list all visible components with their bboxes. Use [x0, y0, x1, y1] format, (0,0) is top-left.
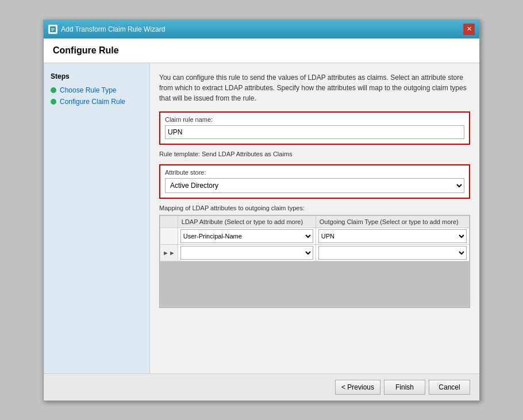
- svg-rect-3: [51, 30, 53, 31]
- table-row: User-Principal-Name UPN: [160, 228, 470, 244]
- step-dot-1: [51, 87, 56, 93]
- window-title: Add Transform Claim Rule Wizard: [61, 25, 165, 33]
- outgoing-cell-1: UPN: [316, 228, 469, 244]
- description-text: You can configure this rule to send the …: [159, 72, 470, 103]
- previous-button[interactable]: < Previous: [335, 380, 380, 395]
- wizard-icon: [48, 25, 57, 34]
- close-button[interactable]: ✕: [463, 24, 475, 35]
- sidebar: Steps Choose Rule Type Configure Claim R…: [44, 63, 150, 373]
- wizard-window: Add Transform Claim Rule Wizard ✕ Config…: [43, 20, 480, 401]
- sidebar-item-choose-rule-type[interactable]: Choose Rule Type: [51, 86, 143, 94]
- outgoing-select-2[interactable]: [318, 246, 467, 260]
- row-num-1: [160, 228, 178, 244]
- sidebar-item-configure-claim-rule[interactable]: Configure Claim Rule: [51, 98, 143, 106]
- svg-rect-1: [51, 28, 55, 29]
- attribute-store-label: Attribute store:: [165, 169, 464, 176]
- title-bar: Add Transform Claim Rule Wizard ✕: [44, 20, 479, 38]
- table-row: ►►: [160, 244, 470, 261]
- sidebar-title: Steps: [51, 72, 143, 80]
- claim-rule-name-input[interactable]: [165, 125, 464, 139]
- col-header-outgoing: Outgoing Claim Type (Select or type to a…: [316, 215, 469, 228]
- outgoing-cell-2: [316, 244, 469, 261]
- svg-rect-2: [51, 29, 55, 30]
- ldap-cell-2: [178, 244, 316, 261]
- mapping-table: LDAP Attribute (Select or type to add mo…: [160, 215, 470, 307]
- cancel-button[interactable]: Cancel: [429, 380, 470, 395]
- sidebar-label-2: Configure Claim Rule: [60, 98, 125, 106]
- finish-button[interactable]: Finish: [384, 380, 425, 395]
- claim-rule-name-label: Claim rule name:: [165, 116, 464, 123]
- col-header-num: [160, 215, 178, 228]
- step-dot-2: [51, 99, 56, 105]
- sidebar-label-1: Choose Rule Type: [60, 86, 117, 94]
- attribute-store-select[interactable]: Active Directory: [165, 178, 464, 193]
- empty-area: [160, 261, 470, 307]
- content-area: Steps Choose Rule Type Configure Claim R…: [44, 63, 479, 373]
- ldap-cell-1: User-Principal-Name: [178, 228, 316, 244]
- page-header: Configure Rule: [44, 38, 479, 63]
- attribute-store-group: Attribute store: Active Directory: [159, 164, 470, 199]
- ldap-select-1[interactable]: User-Principal-Name: [180, 229, 313, 243]
- outgoing-select-1[interactable]: UPN: [318, 229, 467, 243]
- mapping-table-container: LDAP Attribute (Select or type to add mo…: [159, 215, 470, 308]
- ldap-select-2[interactable]: [180, 246, 313, 260]
- page-title: Configure Rule: [53, 45, 119, 55]
- claim-rule-name-group: Claim rule name:: [159, 111, 470, 145]
- mapping-label: Mapping of LDAP attributes to outgoing c…: [159, 205, 470, 211]
- table-empty-row: [160, 261, 470, 307]
- rule-template-text: Rule template: Send LDAP Attributes as C…: [159, 151, 470, 157]
- main-content: You can configure this rule to send the …: [150, 63, 479, 373]
- footer: < Previous Finish Cancel: [44, 373, 479, 400]
- title-bar-left: Add Transform Claim Rule Wizard: [48, 25, 165, 34]
- col-header-ldap: LDAP Attribute (Select or type to add mo…: [178, 215, 316, 228]
- row-arrow-2: ►►: [160, 244, 178, 261]
